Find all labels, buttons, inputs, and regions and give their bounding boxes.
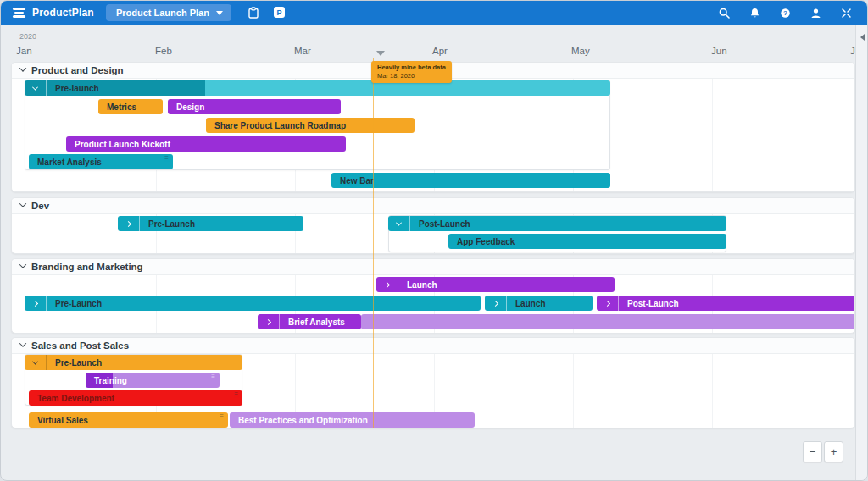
roadmap-bar-virtual-sales[interactable]: Virtual Sales≡ (29, 412, 228, 428)
app-window: ProductPlan Product Launch Plan P ? (0, 0, 868, 481)
chevron-right-icon (492, 300, 498, 306)
roadmap-bar-pre-launch[interactable]: Pre-launch (25, 80, 610, 96)
bar-collapse-toggle[interactable] (388, 216, 410, 231)
milestone-flag[interactable]: Heavily mine beta data Mar 18, 2020 (371, 61, 452, 83)
section-header-sales-and-post-sales[interactable]: Sales and Post Sales (12, 338, 854, 354)
bar-label: Pre-launch (55, 84, 99, 93)
bar-label: App Feedback (457, 237, 515, 246)
zoom-controls: − + (803, 441, 843, 462)
roadmap-bar-brief-analysts-extension[interactable] (361, 314, 855, 329)
bar-label: Share Product Launch Roadmap (214, 121, 346, 130)
chevron-down-icon (19, 64, 26, 71)
bar-collapse-toggle[interactable] (376, 277, 398, 292)
roadmap-bar-share-product-launch-roadmap[interactable]: Share Product Launch Roadmap (206, 118, 415, 133)
notes-icon: ≡ (234, 390, 238, 398)
roadmap-bar-best-practices-and-optimization[interactable]: Best Practices and Optimization (230, 412, 475, 428)
brand-name: ProductPlan (32, 7, 94, 19)
month-label: Feb (155, 46, 172, 56)
bar-label: Pre-Launch (55, 358, 102, 368)
roadmap-bar-post-launch[interactable]: Post-Launch (388, 216, 726, 231)
roadmap-bar-brief-analysts[interactable]: Brief Analysts (258, 314, 361, 329)
bar-collapse-toggle[interactable] (25, 296, 47, 311)
month-label: J (850, 46, 855, 56)
bar-label: Pre-Launch (148, 219, 195, 229)
month-label: May (571, 46, 590, 56)
bar-label: Virtual Sales (37, 416, 88, 425)
chevron-down-icon (19, 340, 26, 346)
month-gridline (712, 63, 713, 191)
section-card-sales-and-post-sales: Sales and Post SalesPre-LaunchTraining≡T… (11, 337, 855, 428)
year-label: 2020 (19, 32, 36, 41)
help-icon[interactable]: ? (780, 8, 791, 19)
chevron-down-icon (19, 261, 26, 268)
roadmap-bar-post-launch[interactable]: Post-Launch (597, 296, 855, 311)
clipboard-icon[interactable] (248, 7, 259, 19)
month-label: Apr (432, 46, 448, 56)
parking-board-icon[interactable]: P (274, 7, 285, 18)
bar-label: Brief Analysts (288, 318, 345, 327)
zoom-in-button[interactable]: + (824, 441, 843, 462)
chevron-right-icon (125, 220, 131, 226)
bar-label: Launch (407, 280, 437, 290)
roadmap-bar-market-analysis[interactable]: Market Analysis≡ (29, 154, 173, 169)
roadmap-bar-pre-launch[interactable]: Pre-Launch (25, 296, 481, 311)
section-title: Dev (31, 201, 49, 211)
roadmap-bar-pre-launch[interactable]: Pre-Launch (25, 355, 242, 370)
bar-collapse-toggle[interactable] (25, 80, 47, 96)
roadmap-bar-training[interactable]: Training≡ (86, 373, 220, 388)
roadmap-bar-app-feedback[interactable]: App Feedback (448, 234, 726, 249)
bar-collapse-toggle[interactable] (118, 216, 140, 231)
bar-label: Launch (515, 299, 546, 308)
roadmap-bar-metrics[interactable]: Metrics (98, 99, 163, 114)
section-title: Branding and Marketing (31, 262, 143, 272)
collapse-panel-arrow-icon[interactable] (860, 34, 865, 41)
plan-selector-label: Product Launch Plan (116, 8, 209, 18)
bar-label: Training (94, 376, 127, 385)
chevron-down-icon (32, 358, 38, 364)
zoom-out-button[interactable]: − (803, 441, 822, 462)
roadmap-bar-launch[interactable]: Launch (376, 277, 615, 292)
chevron-down-icon (216, 11, 223, 15)
milestone-date: Mar 18, 2020 (377, 72, 446, 80)
section-header-dev[interactable]: Dev (12, 198, 854, 214)
notes-icon: ≡ (220, 412, 224, 420)
fullscreen-icon[interactable] (841, 8, 852, 19)
bar-label: Best Practices and Optimization (238, 416, 368, 425)
user-icon[interactable] (810, 8, 821, 19)
roadmap-bar-product-launch-kickoff[interactable]: Product Launch Kickoff (66, 136, 346, 152)
bar-label: Team Development (37, 394, 114, 403)
roadmap-bar-pre-launch[interactable]: Pre-Launch (118, 216, 303, 231)
roadmap-bar-design[interactable]: Design (168, 99, 341, 114)
search-icon[interactable] (719, 8, 730, 19)
top-bar: ProductPlan Product Launch Plan P ? (1, 1, 867, 25)
section-title: Sales and Post Sales (31, 340, 129, 351)
roadmap-bar-team-development[interactable]: Team Development≡ (29, 390, 242, 406)
right-panel-strip (855, 25, 868, 480)
bar-label: Design (176, 102, 204, 112)
bar-label: Metrics (107, 102, 136, 112)
bar-collapse-toggle[interactable] (485, 296, 507, 311)
bar-label: New Bar (340, 176, 374, 185)
chevron-down-icon (19, 200, 26, 207)
chevron-down-icon (396, 219, 402, 225)
roadmap-bar-launch[interactable]: Launch (485, 296, 593, 311)
chevron-right-icon (384, 281, 390, 287)
bar-label: Post-Launch (419, 219, 470, 229)
section-card-branding-and-marketing: Branding and MarketingLaunchPre-LaunchLa… (11, 258, 855, 334)
bell-icon[interactable] (749, 8, 760, 19)
section-header-branding-and-marketing[interactable]: Branding and Marketing (12, 259, 854, 275)
chevron-right-icon (265, 318, 271, 324)
chevron-right-icon (32, 300, 38, 306)
bar-label: Post-Launch (627, 299, 679, 308)
svg-text:?: ? (783, 9, 787, 17)
notes-icon: ≡ (164, 154, 169, 162)
today-marker-icon (376, 51, 385, 56)
bar-label: Product Launch Kickoff (75, 140, 170, 149)
plan-selector-dropdown[interactable]: Product Launch Plan (106, 4, 231, 21)
bar-collapse-toggle[interactable] (597, 296, 619, 311)
bar-collapse-toggle[interactable] (25, 355, 47, 370)
month-label: Jun (711, 46, 727, 56)
bar-collapse-toggle[interactable] (258, 314, 280, 329)
chevron-right-icon (604, 300, 610, 306)
milestone-line (373, 58, 374, 428)
